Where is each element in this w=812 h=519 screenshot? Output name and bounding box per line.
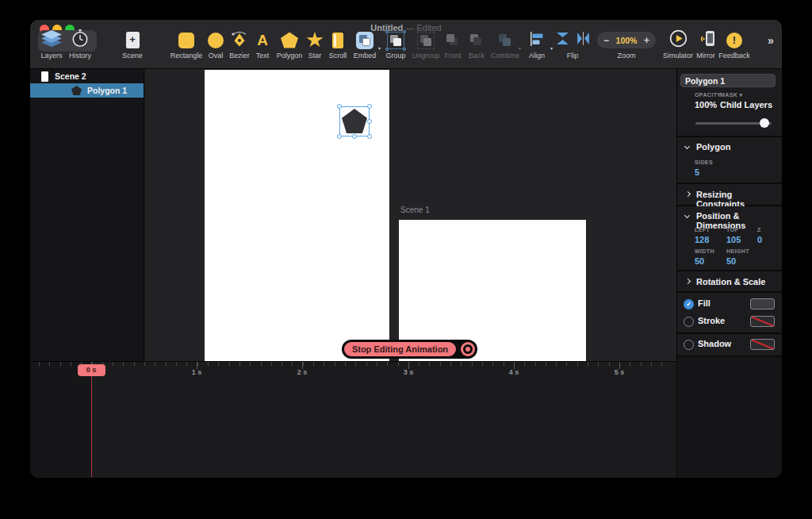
flip-horizontal-icon[interactable]	[576, 31, 591, 49]
top-value[interactable]: 105	[726, 235, 741, 244]
stroke-label: Stroke	[698, 316, 725, 325]
canvas-area[interactable]: Scene 1 Stop Editing Animation	[145, 69, 676, 361]
timeline-tick-label: 1 s	[185, 368, 209, 376]
selection-handle[interactable]	[337, 134, 342, 139]
fill-label: Fill	[698, 298, 710, 308]
chevron-right-icon[interactable]	[685, 279, 691, 284]
timeline-major-ticks	[91, 362, 646, 369]
position-dimensions-section: Position & Dimensions LEFT TOP Z 128 105…	[677, 206, 782, 270]
rotation-scale-section: Rotation & Scale	[677, 271, 782, 291]
shadow-color-swatch[interactable]	[750, 339, 775, 350]
shadow-section: Shadow	[677, 334, 782, 356]
z-label: Z	[757, 227, 761, 233]
selection-handle[interactable]	[352, 134, 357, 139]
sides-label: SIDES	[695, 160, 713, 165]
top-label: TOP	[726, 227, 738, 233]
mask-value[interactable]: Child Layers	[720, 100, 772, 110]
toolbar-overflow-button[interactable]: »	[748, 30, 782, 50]
animation-timeline[interactable]: 1 s 2 s 3 s 4 s 5 s 0 s	[30, 361, 676, 478]
timeline-tick-label: 2 s	[290, 368, 314, 376]
zoom-in-button[interactable]: +	[644, 35, 649, 46]
inspector-panel: OPACITY MASK ▾ 100% Child Layers Polygon…	[676, 69, 782, 478]
shadow-label: Shadow	[698, 339, 731, 348]
stroke-color-swatch[interactable]	[750, 316, 775, 327]
pentagon-icon	[71, 86, 82, 95]
fill-stroke-section: ✓ Fill Stroke	[677, 293, 782, 333]
chevron-down-icon[interactable]	[684, 144, 690, 149]
polygon-section: Polygon SIDES 5	[677, 137, 782, 183]
opacity-slider-knob[interactable]	[760, 118, 769, 128]
selection-handle[interactable]	[367, 104, 372, 109]
rotation-scale-header[interactable]: Rotation & Scale	[696, 277, 765, 286]
align-icon	[528, 30, 546, 51]
shadow-checkbox[interactable]	[684, 340, 694, 350]
sides-value[interactable]: 5	[695, 167, 699, 177]
width-value[interactable]: 50	[695, 256, 704, 266]
timeline-tick-label: 4 s	[502, 368, 526, 376]
mask-dropdown-label[interactable]: MASK ▾	[720, 92, 743, 98]
group-icon	[387, 32, 404, 49]
z-value[interactable]: 0	[757, 235, 762, 244]
chevron-double-right-icon: »	[768, 34, 774, 47]
selection-handle[interactable]	[367, 119, 372, 124]
height-label: HEIGHT	[726, 248, 749, 254]
chevron-right-icon[interactable]	[685, 191, 691, 197]
opacity-label: OPACITY	[695, 92, 721, 98]
chevron-down-icon: ▾	[740, 92, 743, 98]
rectangle-icon	[178, 33, 194, 48]
height-value[interactable]: 50	[726, 256, 736, 266]
combine-icon	[496, 32, 514, 49]
scene-document-icon: +	[126, 32, 140, 48]
flip-vertical-icon[interactable]	[555, 31, 570, 49]
chevron-down-icon[interactable]	[684, 213, 690, 218]
selection-handle[interactable]	[367, 134, 372, 139]
app-window: Untitled — Edited Layers History	[30, 20, 782, 478]
layer-row-polygon-1[interactable]: Polygon 1	[30, 83, 144, 98]
timeline-tick-label: 3 s	[396, 368, 420, 376]
layer-name-field[interactable]	[680, 74, 776, 87]
toolbar-flip-buttons[interactable]: Flip	[550, 30, 596, 60]
toolbar-scene-button[interactable]: + Scene	[109, 30, 155, 60]
timeline-pre-zero-region	[30, 362, 91, 478]
titlebar: Untitled — Edited Layers History	[30, 20, 782, 69]
toolbar-zoom-stepper: − 100% + Zoom	[595, 30, 658, 60]
playhead-line[interactable]	[91, 376, 93, 477]
pentagon-shape[interactable]	[342, 109, 367, 133]
left-label: LEFT	[695, 227, 710, 233]
playhead-time-badge[interactable]: 0 s	[78, 364, 105, 376]
resizing-constraints-section: Resizing Constraints	[677, 184, 782, 205]
selection-handle[interactable]	[337, 104, 342, 109]
left-value[interactable]: 128	[695, 235, 709, 244]
selected-polygon-shape[interactable]	[339, 106, 370, 136]
main-content: Scene 2 Polygon 1 Scene 1	[30, 69, 782, 361]
animation-edit-control: Stop Editing Animation	[342, 340, 477, 359]
fill-checkbox[interactable]: ✓	[684, 299, 694, 309]
record-button[interactable]	[461, 342, 475, 356]
layer-row-scene-2[interactable]: Scene 2	[30, 69, 144, 83]
identity-section: OPACITY MASK ▾ 100% Child Layers	[677, 69, 782, 136]
fill-color-swatch[interactable]	[750, 298, 775, 309]
embed-icon	[356, 32, 373, 49]
stroke-checkbox[interactable]	[684, 317, 694, 327]
layer-list-sidebar: Scene 2 Polygon 1	[30, 69, 144, 361]
zoom-level-value: 100%	[616, 36, 638, 45]
stop-editing-animation-button[interactable]: Stop Editing Animation	[344, 342, 456, 356]
polygon-section-header[interactable]: Polygon	[696, 142, 730, 152]
zoom-out-button[interactable]: −	[603, 35, 609, 46]
artboard-label[interactable]: Scene 1	[400, 206, 430, 214]
zoom-stepper: − 100% +	[597, 32, 656, 48]
artboard-scene-2[interactable]	[205, 70, 389, 361]
opacity-value[interactable]: 100%	[695, 100, 717, 110]
inspector-empty-area	[677, 357, 782, 478]
width-label: WIDTH	[695, 248, 714, 254]
feedback-bubble-icon: !	[726, 33, 742, 48]
history-clock-icon	[71, 29, 89, 51]
scene-thumbnail-icon	[41, 71, 48, 82]
toolbar-history-button[interactable]: History	[57, 30, 103, 60]
timeline-tick-label: 5 s	[607, 368, 631, 376]
